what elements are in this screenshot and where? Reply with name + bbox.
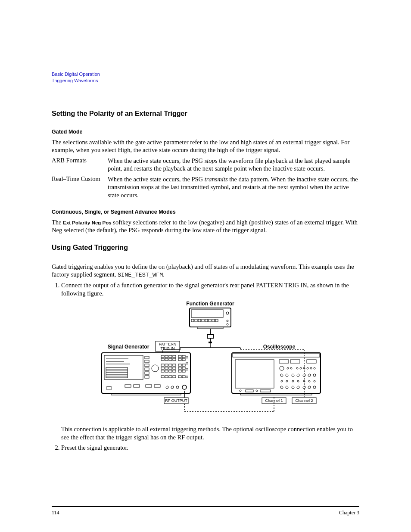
- svg-rect-139: [260, 390, 271, 392]
- svg-rect-78: [173, 376, 176, 378]
- svg-point-128: [314, 380, 315, 382]
- svg-point-44: [152, 365, 159, 372]
- svg-rect-72: [182, 367, 185, 369]
- svg-point-107: [287, 367, 289, 369]
- svg-rect-57: [161, 364, 164, 366]
- cont-pre: The: [52, 219, 63, 226]
- fig-label-siggen: Signal Generator: [108, 344, 149, 350]
- svg-point-90: [166, 386, 168, 389]
- svg-point-118: [297, 374, 299, 376]
- fig-label-pattern2: TRIG IN: [161, 346, 175, 351]
- svg-rect-76: [165, 376, 168, 378]
- fig-label-ch2: Channel 2: [295, 398, 313, 403]
- svg-point-122: [281, 380, 283, 382]
- footer-chapter: Chapter 3: [339, 510, 359, 516]
- svg-point-123: [286, 380, 288, 382]
- svg-rect-50: [165, 358, 168, 361]
- svg-rect-41: [145, 368, 149, 370]
- svg-rect-3: [191, 319, 194, 322]
- svg-point-120: [308, 374, 311, 376]
- gated-intro: The selections available with the gate a…: [52, 138, 359, 154]
- svg-point-82: [186, 362, 188, 364]
- arb-desc-pre: When the active state occurs, the PSG: [108, 157, 205, 164]
- continuous-para: The Ext Polarity Neg Pos softkey selecti…: [52, 218, 359, 234]
- svg-rect-68: [173, 370, 176, 372]
- fig-label-ch1: Channel 1: [265, 398, 283, 403]
- svg-rect-69: [178, 364, 181, 366]
- svg-rect-1: [191, 310, 223, 317]
- svg-rect-85: [107, 386, 111, 390]
- svg-rect-53: [178, 355, 181, 358]
- svg-point-83: [186, 368, 188, 370]
- gt-intro-mono: SINE_TEST_WFM: [118, 272, 163, 278]
- svg-rect-88: [146, 385, 152, 387]
- svg-point-127: [308, 380, 310, 382]
- svg-rect-63: [169, 367, 172, 369]
- svg-rect-42: [145, 372, 149, 374]
- svg-rect-75: [161, 376, 164, 378]
- svg-point-81: [186, 356, 188, 358]
- step-2-text: Preset the signal generator.: [61, 444, 128, 451]
- svg-rect-6: [202, 319, 204, 322]
- svg-point-114: [314, 367, 315, 369]
- svg-point-115: [280, 374, 283, 376]
- svg-rect-103: [279, 360, 289, 363]
- fig-label-oscope: Oscilloscope: [263, 344, 296, 350]
- svg-rect-89: [154, 385, 160, 387]
- subsection-continuous: Continuous, Single, or Segment Advance M…: [52, 209, 359, 215]
- svg-point-136: [240, 390, 241, 392]
- svg-rect-8: [209, 319, 211, 322]
- gt-intro-pre: Gated triggering enables you to define t…: [52, 263, 354, 278]
- fig-label-funcgen: Function Generator: [186, 301, 234, 307]
- svg-point-132: [297, 386, 299, 389]
- svg-rect-59: [169, 364, 172, 366]
- svg-rect-73: [178, 370, 181, 372]
- figure-svg: Function Generator: [94, 300, 327, 421]
- svg-rect-49: [161, 358, 164, 361]
- svg-rect-39: [145, 360, 149, 363]
- breadcrumb: Basic Digital Operation Triggering Wavef…: [52, 71, 359, 84]
- svg-rect-10: [215, 319, 218, 322]
- svg-point-116: [286, 374, 288, 376]
- svg-rect-64: [173, 367, 176, 369]
- svg-point-109: [296, 367, 298, 369]
- def-desc-arb: When the active state occurs, the PSG st…: [108, 157, 359, 173]
- footer-page-number: 114: [52, 510, 59, 516]
- def-desc-rtc: When the active state occurs, the PSG tr…: [108, 175, 359, 199]
- svg-point-110: [300, 367, 302, 369]
- def-term-arb: ARB Formats: [52, 157, 108, 173]
- svg-point-131: [292, 386, 294, 389]
- svg-rect-66: [165, 370, 168, 372]
- svg-rect-43: [145, 376, 149, 378]
- svg-point-130: [286, 386, 288, 389]
- svg-point-125: [297, 380, 299, 382]
- svg-point-108: [290, 367, 292, 369]
- svg-rect-47: [169, 355, 172, 358]
- svg-rect-45: [161, 355, 164, 358]
- svg-point-138: [256, 390, 258, 392]
- svg-point-12: [227, 324, 228, 325]
- svg-point-135: [313, 386, 316, 389]
- def-term-rtc: Real–Time Custom: [52, 175, 108, 199]
- svg-rect-15: [207, 335, 213, 338]
- svg-rect-52: [173, 358, 176, 361]
- def-arb-formats: ARB Formats When the active state occurs…: [52, 157, 359, 173]
- svg-rect-62: [165, 367, 168, 369]
- svg-rect-46: [165, 355, 168, 358]
- svg-rect-17: [209, 342, 212, 343]
- svg-point-84: [186, 376, 188, 378]
- svg-rect-80: [182, 376, 185, 378]
- svg-rect-105: [307, 360, 316, 363]
- svg-rect-54: [182, 355, 185, 358]
- svg-rect-60: [173, 364, 176, 366]
- svg-rect-9: [212, 319, 215, 322]
- step-1-after: This connection is applicable to all ext…: [61, 425, 359, 441]
- svg-point-121: [313, 374, 316, 376]
- gated-triggering-intro: Gated triggering enables you to define t…: [52, 263, 359, 279]
- svg-rect-5: [198, 319, 201, 322]
- rtc-desc-pre: When the active state occurs, the PSG: [108, 176, 205, 183]
- breadcrumb-line2: Triggering Waveforms: [52, 78, 359, 84]
- connection-figure: Function Generator: [94, 300, 327, 423]
- svg-rect-79: [178, 376, 181, 378]
- svg-point-112: [307, 367, 308, 369]
